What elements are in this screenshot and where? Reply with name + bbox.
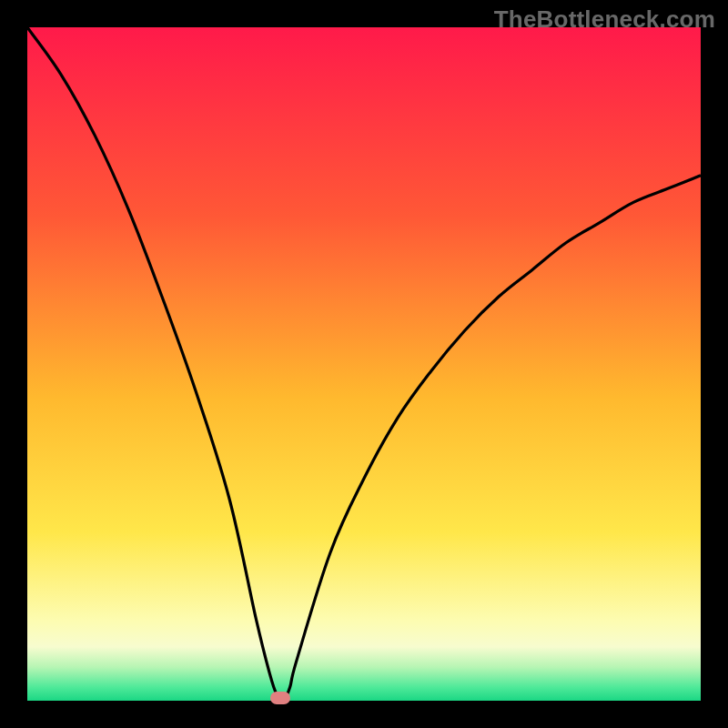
curve-layer	[27, 27, 701, 701]
plot-area	[27, 27, 701, 701]
optimum-marker	[270, 692, 290, 704]
bottleneck-curve	[27, 27, 701, 701]
watermark-text: TheBottleneck.com	[494, 5, 715, 34]
chart-frame: TheBottleneck.com	[0, 0, 728, 728]
